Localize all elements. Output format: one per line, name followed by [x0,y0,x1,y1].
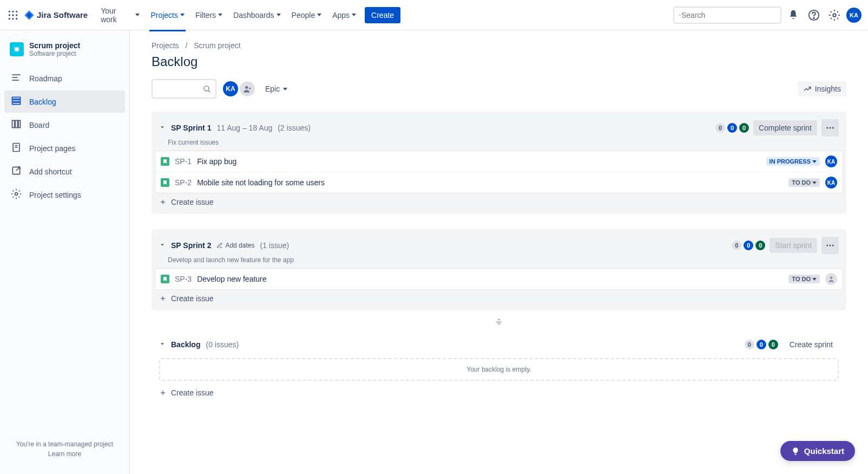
status-lozenge[interactable]: TO DO [788,275,820,283]
sprint-action-button[interactable]: Complete sprint [753,120,817,135]
svg-point-42 [830,276,833,279]
more-icon[interactable] [821,119,839,137]
nav-item-people[interactable]: People [287,8,326,23]
sidebar-footer: You're in a team-managed project Learn m… [4,435,125,463]
chevron-down-icon [135,14,140,16]
create-button[interactable]: Create [365,7,400,23]
sidebar-item-board[interactable]: Board [4,114,125,136]
badge-done: 0 [768,340,778,349]
issue-list: SP-3Develop new featureTO DO [155,268,843,290]
sidebar-item-project-pages[interactable]: Project pages [4,137,125,159]
assignee-filter: KA [222,80,255,98]
sidebar-item-add-shortcut[interactable]: Add shortcut [4,160,125,183]
issue-row[interactable]: SP-3Develop new featureTO DO [155,269,843,289]
global-search[interactable] [673,7,781,24]
page-title: Backlog [152,54,846,69]
create-issue-button[interactable]: Create issue [152,290,846,307]
create-issue-button[interactable]: Create issue [152,193,846,211]
svg-point-0 [9,10,10,12]
nav-item-dashboards[interactable]: Dashboards [229,8,285,23]
svg-point-39 [826,245,828,246]
sprint-issue-count: (1 issue) [260,241,289,250]
issue-summary: Develop new feature [197,275,783,283]
svg-rect-21 [12,102,21,104]
more-icon[interactable] [821,237,839,254]
sidebar-item-project-settings[interactable]: Project settings [4,184,125,206]
sidebar: Scrum project Software project RoadmapBa… [0,30,130,474]
backlog-count: (0 issues) [206,340,239,349]
chevron-down-icon[interactable] [159,124,166,132]
issue-assignee[interactable]: KA [825,177,837,189]
main-content: Projects / Scrum project Backlog KA Epic [130,30,868,474]
status-lozenge[interactable]: IN PROGRESS [766,157,820,166]
create-issue-button[interactable]: Create issue [152,384,846,401]
sprint-goal: Develop and launch new feature for the a… [152,255,846,268]
svg-point-35 [830,127,831,129]
avatar-add-people[interactable] [239,80,256,98]
svg-point-12 [813,17,814,18]
chevron-down-icon[interactable] [159,340,166,349]
story-icon [161,157,169,166]
sidebar-items: RoadmapBacklogBoardProject pagesAdd shor… [4,67,125,435]
footer-text: You're in a team-managed project [4,440,125,448]
avatar-user[interactable]: KA [222,80,239,98]
issue-row[interactable]: SP-2Mobile site not loading for some use… [155,172,843,193]
sprint-name: SP Sprint 1 [171,124,211,132]
nav-item-projects[interactable]: Projects [146,8,189,23]
jira-logo[interactable]: Jira Software [24,10,88,21]
breadcrumb-projects[interactable]: Projects [152,41,179,50]
epic-filter[interactable]: Epic [261,81,292,96]
issue-key[interactable]: SP-2 [175,178,192,187]
svg-rect-24 [18,120,20,127]
project-icon [10,42,24,56]
app-switcher-icon[interactable] [6,9,19,22]
sidebar-item-backlog[interactable]: Backlog [4,90,125,113]
insights-button[interactable]: Insights [798,81,846,96]
lightbulb-icon [791,447,800,456]
badge-done: 0 [739,123,749,133]
nav-item-filters[interactable]: Filters [191,8,227,23]
svg-point-40 [830,245,831,246]
svg-point-7 [12,18,14,20]
project-type: Software project [29,50,80,57]
add-dates-button[interactable]: Add dates [216,242,254,249]
sidebar-item-roadmap[interactable]: Roadmap [4,67,125,89]
badge-todo: 0 [732,241,741,250]
issue-key[interactable]: SP-1 [175,157,192,166]
svg-point-15 [15,48,19,51]
badge-done: 0 [755,241,765,250]
sidebar-project[interactable]: Scrum project Software project [4,41,125,67]
breadcrumb-project[interactable]: Scrum project [194,41,240,50]
chevron-down-icon[interactable] [159,241,166,250]
chevron-down-icon [218,14,222,16]
search-input[interactable] [681,11,776,20]
sprint-badges: 000 [732,241,765,250]
issue-row[interactable]: SP-1Fix app bugIN PROGRESS KA [155,151,843,172]
toolbar: KA Epic Insights [152,79,846,99]
backlog-search-input[interactable] [157,85,202,93]
quickstart-button[interactable]: Quickstart [780,441,855,461]
status-lozenge[interactable]: TO DO [788,178,820,187]
issue-key[interactable]: SP-3 [175,275,192,283]
notifications-icon[interactable] [785,7,802,24]
issue-assignee[interactable]: KA [825,155,837,167]
nav-item-apps[interactable]: Apps [328,8,360,23]
svg-point-4 [12,14,14,16]
backlog-badges: 0 0 0 [745,340,778,349]
sprint-header: SP Sprint 2Add dates(1 issue)000Start sp… [152,235,846,255]
sidebar-item-label: Roadmap [29,74,62,83]
backlog-search[interactable] [152,79,216,99]
help-icon[interactable] [805,7,823,24]
create-sprint-button[interactable]: Create sprint [784,336,839,353]
sprint-panel: SP Sprint 2Add dates(1 issue)000Start sp… [152,229,846,310]
user-avatar[interactable]: KA [846,8,862,23]
chevron-down-icon [812,160,817,163]
settings-icon[interactable] [826,7,843,24]
svg-point-6 [9,18,10,20]
learn-more-link[interactable]: Learn more [4,450,125,458]
nav-item-your-work[interactable]: Your work [96,3,144,27]
resize-handle[interactable] [152,318,846,327]
svg-point-33 [245,86,248,89]
svg-rect-20 [12,100,21,101]
issue-assignee-unassigned[interactable] [825,273,837,285]
